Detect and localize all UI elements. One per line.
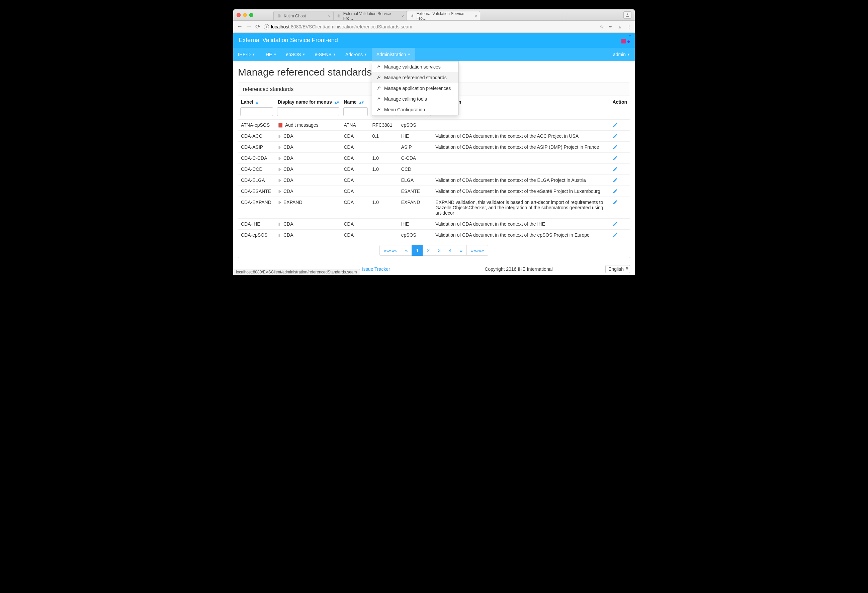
- nav-item-addons[interactable]: Add-ons▼: [341, 48, 372, 61]
- cell-version: [370, 175, 399, 186]
- filter-label-input[interactable]: [240, 107, 273, 116]
- edit-row-button[interactable]: [613, 156, 627, 161]
- address-bar[interactable]: i localhost:8080/EVSClient/administratio…: [264, 24, 596, 29]
- edit-row-button[interactable]: [613, 166, 627, 172]
- window-controls: [236, 13, 253, 17]
- sort-asc-icon: ▲: [255, 100, 259, 104]
- edit-row-button[interactable]: [613, 188, 627, 194]
- nav-item-esens[interactable]: e-SENS▼: [310, 48, 341, 61]
- wrench-icon: [376, 75, 381, 80]
- table-row: CDA-C-CDA⊪CDACDA1.0C-CDA: [238, 153, 630, 164]
- cell-description: Validation of CDA document in the contex…: [433, 186, 610, 197]
- edit-row-button[interactable]: [613, 122, 627, 128]
- minimize-window-button[interactable]: [243, 13, 247, 17]
- caret-down-icon: ▼: [333, 53, 336, 56]
- extension-icon[interactable]: ✒: [609, 24, 613, 29]
- browser-tab[interactable]: 🗎 External Validation Service Fro… ×: [333, 11, 407, 21]
- browser-tab-active[interactable]: ✳ External Validation Service Fro… ×: [407, 11, 480, 21]
- cell-version: 1.0: [370, 164, 399, 175]
- cell-display: ⊪CDA: [275, 186, 341, 197]
- zoom-window-button[interactable]: [249, 13, 253, 17]
- bookmark-star-icon[interactable]: ☆: [599, 24, 604, 29]
- close-tab-icon[interactable]: ×: [474, 14, 477, 19]
- menu-item-menu-configuration[interactable]: Menu Configuration: [372, 104, 458, 115]
- edit-row-button[interactable]: [613, 144, 627, 150]
- close-window-button[interactable]: [236, 13, 241, 17]
- hl7-icon: ⊪: [278, 134, 281, 139]
- cell-name: CDA: [341, 131, 370, 142]
- cell-description: [433, 164, 610, 175]
- nav-user-menu[interactable]: admin▼: [608, 48, 635, 61]
- browser-tab[interactable]: 🗎 Kujira Ghost ×: [273, 11, 334, 21]
- cell-extension: IHE: [399, 219, 433, 230]
- chrome-profile-button[interactable]: [623, 11, 632, 19]
- menu-item-manage-application-preferences[interactable]: Manage application preferences: [372, 83, 458, 94]
- pencil-icon: [613, 156, 618, 161]
- column-header-name[interactable]: Name ▲▼: [341, 96, 370, 107]
- pager-next[interactable]: »: [456, 245, 467, 256]
- pager-page[interactable]: 4: [445, 245, 456, 256]
- filter-display-input[interactable]: [277, 107, 339, 116]
- column-header-label[interactable]: Label ▲: [238, 96, 275, 107]
- close-tab-icon[interactable]: ×: [328, 14, 331, 19]
- pager-page[interactable]: 3: [434, 245, 445, 256]
- close-tab-icon[interactable]: ×: [401, 14, 404, 19]
- column-header-description[interactable]: Description: [433, 96, 610, 107]
- reload-button[interactable]: ⟳: [255, 23, 260, 31]
- chrome-menu-icon[interactable]: ⋮: [627, 24, 632, 29]
- forward-button[interactable]: →: [246, 23, 252, 30]
- page-favicon-icon: 🗎: [337, 14, 341, 18]
- pencil-icon: [613, 221, 618, 227]
- cell-version: [370, 142, 399, 153]
- cell-version: RFC3881: [370, 120, 399, 131]
- page-favicon-icon: 🗎: [277, 14, 282, 18]
- pager-prev[interactable]: «: [401, 245, 412, 256]
- copyright-text: Copyright 2016 IHE International: [447, 266, 590, 272]
- cell-display: ⊪CDA: [275, 153, 341, 164]
- column-header-display[interactable]: Display name for menus ▲▼: [275, 96, 341, 107]
- hl7-icon: ⊪: [278, 232, 281, 238]
- pager-page[interactable]: 1: [412, 245, 423, 256]
- column-header-action: Action: [610, 96, 630, 107]
- language-select[interactable]: English: [605, 265, 630, 273]
- back-button[interactable]: ←: [236, 23, 243, 30]
- edit-row-button[interactable]: [613, 133, 627, 139]
- table-row: ATNA-epSOS📕Audit messagesATNARFC3881epSO…: [238, 120, 630, 131]
- pager-last[interactable]: »»»»»: [466, 245, 488, 256]
- pager-page[interactable]: 2: [423, 245, 434, 256]
- table-row: CDA-EXPAND⊪EXPANDCDA1.0EXPANDEXPAND vali…: [238, 197, 630, 219]
- cell-label: CDA-IHE: [238, 219, 275, 230]
- cell-name: CDA: [341, 175, 370, 186]
- tab-title: External Validation Service Fro…: [416, 11, 471, 21]
- browser-status-link: localhost:8080/EVSClient/administration/…: [233, 269, 360, 275]
- site-info-icon[interactable]: i: [264, 24, 269, 29]
- edit-row-button[interactable]: [613, 178, 627, 183]
- hl7-icon: ⊪: [278, 167, 281, 172]
- menu-item-manage-validation-services[interactable]: Manage validation services: [372, 62, 458, 72]
- page-favicon-icon: ✳: [410, 14, 415, 18]
- cell-label: CDA-EXPAND: [238, 197, 275, 219]
- pager-first[interactable]: «««««: [379, 245, 401, 256]
- cell-name: CDA: [341, 164, 370, 175]
- extension-cloud-icon[interactable]: ▲: [617, 24, 622, 29]
- url-path: /EVSClient/administration/referencedStan…: [301, 24, 412, 29]
- nav-item-administration[interactable]: Administration▼: [372, 48, 415, 61]
- edit-row-button[interactable]: [613, 221, 627, 227]
- menu-item-manage-referenced-standards[interactable]: Manage referenced standards: [372, 72, 458, 83]
- nav-item-epsos[interactable]: epSOS▼: [281, 48, 310, 61]
- cell-extension: epSOS: [399, 120, 433, 131]
- cell-version: [370, 219, 399, 230]
- caret-down-icon: ▼: [407, 53, 410, 56]
- nav-item-ihe-d[interactable]: IHE-D▼: [233, 48, 260, 61]
- table-row: CDA-ACC⊪CDACDA0.1IHEValidation of CDA do…: [238, 131, 630, 142]
- filter-name-input[interactable]: [343, 107, 368, 116]
- menu-item-manage-calling-tools[interactable]: Manage calling tools: [372, 94, 458, 104]
- pencil-icon: [613, 144, 618, 150]
- cell-version: 1.0: [370, 153, 399, 164]
- edit-row-button[interactable]: [613, 200, 627, 205]
- pencil-icon: [613, 178, 618, 183]
- nav-item-ihe[interactable]: IHE▼: [260, 48, 281, 61]
- pencil-icon: [613, 122, 618, 128]
- cell-description: Validation of CDA document in the contex…: [433, 230, 610, 241]
- edit-row-button[interactable]: [613, 232, 627, 238]
